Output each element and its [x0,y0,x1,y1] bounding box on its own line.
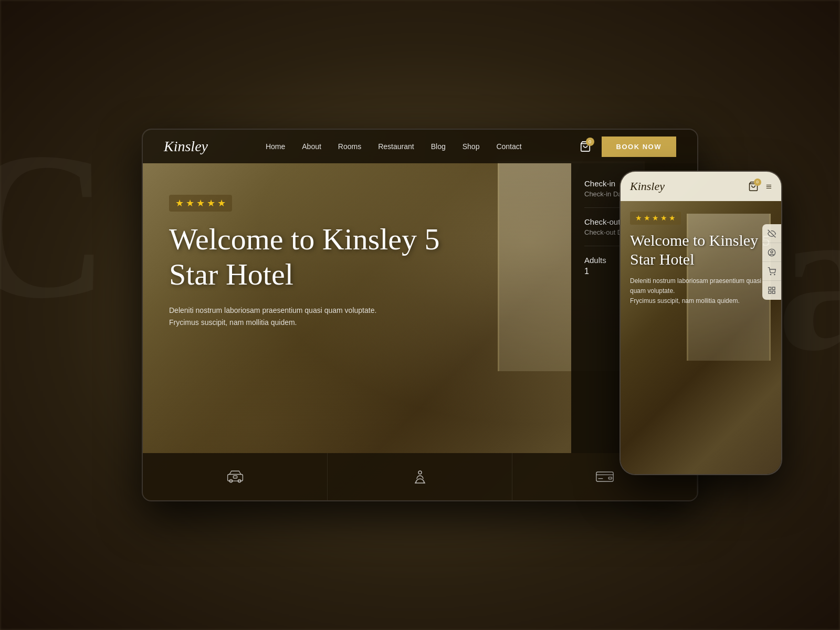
toolbar-eye-off-button[interactable] [762,224,781,243]
toolbar-grid-button[interactable] [762,281,781,300]
star-1: ★ [175,197,184,209]
mobile-star-1: ★ [635,214,642,223]
bottom-bar [143,453,697,500]
svg-rect-19 [772,291,775,293]
star-4: ★ [207,197,215,209]
cart-badge: 0 [586,138,594,146]
desktop-navbar: Kinsley Home About Rooms Restaurant Blog… [143,130,697,163]
svg-rect-4 [233,476,237,478]
nav-rooms[interactable]: Rooms [338,142,361,151]
nav-contact[interactable]: Contact [496,142,521,151]
mobile-rating-stars: ★ ★ ★ ★ ★ [630,212,681,225]
mobile-cart-button[interactable]: 0 [748,181,759,192]
toolbar-cart-icon [768,267,776,276]
book-now-button[interactable]: BOOK NOW [602,136,676,157]
desktop-mockup: Kinsley Home About Rooms Restaurant Blog… [142,129,698,501]
star-3: ★ [196,197,205,209]
svg-point-14 [770,274,771,275]
mobile-star-2: ★ [644,214,650,223]
user-circle-icon [768,248,776,257]
mobile-hero-subtitle: Deleniti nostrum laboriosam praesentium … [630,276,772,307]
desktop-logo: Kinsley [164,138,208,155]
svg-rect-18 [769,291,771,293]
card-icon [595,470,614,484]
star-5: ★ [217,197,226,209]
main-scene: Kinsley Home About Rooms Restaurant Blog… [142,129,698,501]
concierge-icon [412,468,428,485]
svg-point-5 [418,471,422,474]
nav-home[interactable]: Home [266,142,285,151]
rating-stars: ★ ★ ★ ★ ★ [169,195,232,212]
mobile-hero-content: ★ ★ ★ ★ ★ Welcome to Kinsley 5 Star Hote… [621,201,781,474]
svg-point-15 [774,274,775,275]
nav-blog[interactable]: Blog [431,142,446,151]
mobile-side-toolbar [762,224,781,300]
mobile-navbar: Kinsley 0 ≡ [621,172,781,201]
nav-restaurant[interactable]: Restaurant [378,142,414,151]
toolbar-cart-button[interactable] [762,262,781,281]
nav-shop[interactable]: Shop [463,142,480,151]
mobile-star-4: ★ [660,214,667,223]
eye-off-icon [768,229,776,238]
cart-icon-button[interactable]: 0 [580,141,591,152]
grid-icon [768,286,776,295]
mobile-star-5: ★ [669,214,676,223]
svg-rect-16 [769,287,771,290]
taxi-icon [226,469,245,484]
toolbar-user-button[interactable] [762,243,781,262]
bottom-bar-concierge[interactable] [328,453,512,500]
svg-rect-6 [596,472,613,481]
star-2: ★ [186,197,194,209]
bg-letter-c: C [0,105,110,346]
mobile-cart-badge: 0 [754,178,761,186]
mobile-logo: Kinsley [630,180,665,193]
nav-about[interactable]: About [302,142,321,151]
hero-subtitle: Deleniti nostrum laboriosam praesentium … [169,304,390,328]
nav-right-section: 0 BOOK NOW [580,136,676,157]
mobile-star-3: ★ [652,214,659,223]
svg-rect-17 [772,287,775,290]
nav-links: Home About Rooms Restaurant Blog Shop Co… [229,142,559,151]
bg-letter-a: a [777,158,840,399]
mobile-mockup: Kinsley 0 ≡ ★ ★ ★ ★ ★ [620,171,782,475]
svg-rect-9 [608,477,612,479]
hamburger-menu-button[interactable]: ≡ [766,181,772,193]
mobile-hero-title: Welcome to Kinsley 5 Star Hotel [630,231,772,269]
mobile-nav-right: 0 ≡ [748,181,772,193]
hero-title: Welcome to Kinsley 5 Star Hotel [169,222,474,292]
svg-point-13 [771,250,773,253]
bottom-bar-taxi[interactable] [143,453,328,500]
